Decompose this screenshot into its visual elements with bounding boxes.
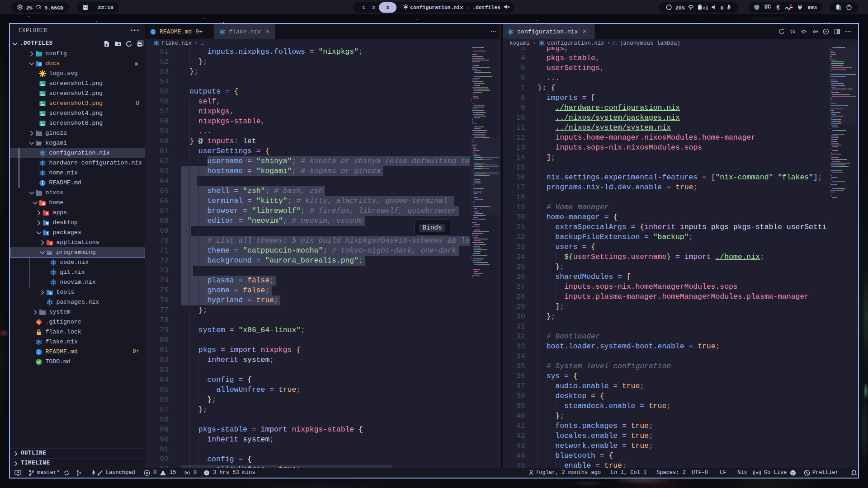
svg-text:x: x xyxy=(616,42,618,46)
svg-text:f: f xyxy=(613,41,615,45)
